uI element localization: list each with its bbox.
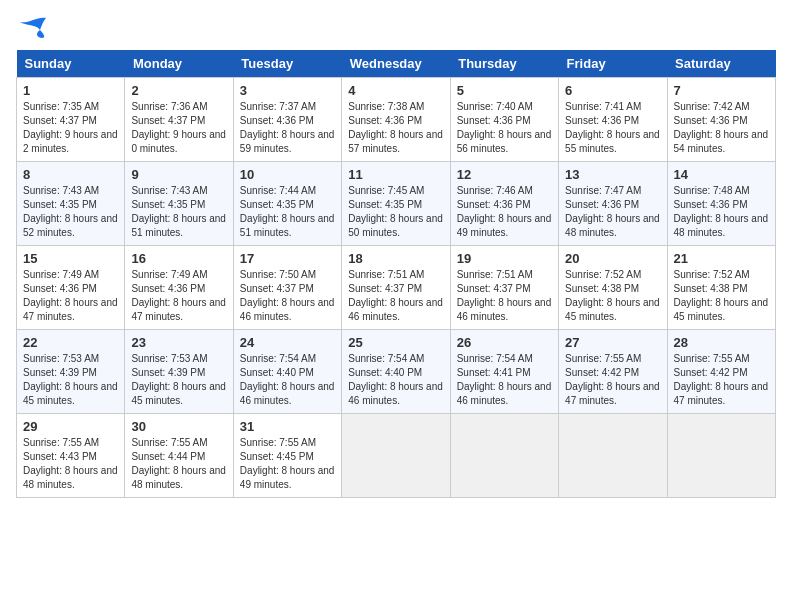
- day-info: Sunrise: 7:54 AMSunset: 4:41 PMDaylight:…: [457, 353, 552, 406]
- day-info: Sunrise: 7:35 AMSunset: 4:37 PMDaylight:…: [23, 101, 118, 154]
- calendar-cell: [342, 414, 450, 498]
- day-number: 24: [240, 335, 335, 350]
- calendar-cell: 8Sunrise: 7:43 AMSunset: 4:35 PMDaylight…: [17, 162, 125, 246]
- day-info: Sunrise: 7:43 AMSunset: 4:35 PMDaylight:…: [131, 185, 226, 238]
- day-info: Sunrise: 7:48 AMSunset: 4:36 PMDaylight:…: [674, 185, 769, 238]
- day-number: 30: [131, 419, 226, 434]
- day-number: 14: [674, 167, 769, 182]
- day-number: 17: [240, 251, 335, 266]
- calendar-week-row: 8Sunrise: 7:43 AMSunset: 4:35 PMDaylight…: [17, 162, 776, 246]
- day-info: Sunrise: 7:49 AMSunset: 4:36 PMDaylight:…: [23, 269, 118, 322]
- day-number: 26: [457, 335, 552, 350]
- day-number: 16: [131, 251, 226, 266]
- day-info: Sunrise: 7:53 AMSunset: 4:39 PMDaylight:…: [131, 353, 226, 406]
- calendar-table: SundayMondayTuesdayWednesdayThursdayFrid…: [16, 50, 776, 498]
- calendar-header-row: SundayMondayTuesdayWednesdayThursdayFrid…: [17, 50, 776, 78]
- day-info: Sunrise: 7:49 AMSunset: 4:36 PMDaylight:…: [131, 269, 226, 322]
- day-info: Sunrise: 7:46 AMSunset: 4:36 PMDaylight:…: [457, 185, 552, 238]
- day-number: 1: [23, 83, 118, 98]
- calendar-cell: 6Sunrise: 7:41 AMSunset: 4:36 PMDaylight…: [559, 78, 667, 162]
- day-info: Sunrise: 7:55 AMSunset: 4:42 PMDaylight:…: [565, 353, 660, 406]
- column-header-monday: Monday: [125, 50, 233, 78]
- day-number: 8: [23, 167, 118, 182]
- day-info: Sunrise: 7:43 AMSunset: 4:35 PMDaylight:…: [23, 185, 118, 238]
- day-number: 31: [240, 419, 335, 434]
- day-info: Sunrise: 7:40 AMSunset: 4:36 PMDaylight:…: [457, 101, 552, 154]
- calendar-cell: [559, 414, 667, 498]
- calendar-cell: 29Sunrise: 7:55 AMSunset: 4:43 PMDayligh…: [17, 414, 125, 498]
- column-header-wednesday: Wednesday: [342, 50, 450, 78]
- calendar-cell: 23Sunrise: 7:53 AMSunset: 4:39 PMDayligh…: [125, 330, 233, 414]
- day-info: Sunrise: 7:42 AMSunset: 4:36 PMDaylight:…: [674, 101, 769, 154]
- day-number: 2: [131, 83, 226, 98]
- calendar-cell: [450, 414, 558, 498]
- calendar-week-row: 1Sunrise: 7:35 AMSunset: 4:37 PMDaylight…: [17, 78, 776, 162]
- calendar-week-row: 22Sunrise: 7:53 AMSunset: 4:39 PMDayligh…: [17, 330, 776, 414]
- day-number: 9: [131, 167, 226, 182]
- calendar-cell: 27Sunrise: 7:55 AMSunset: 4:42 PMDayligh…: [559, 330, 667, 414]
- calendar-cell: 18Sunrise: 7:51 AMSunset: 4:37 PMDayligh…: [342, 246, 450, 330]
- logo: [16, 16, 48, 40]
- calendar-week-row: 15Sunrise: 7:49 AMSunset: 4:36 PMDayligh…: [17, 246, 776, 330]
- day-info: Sunrise: 7:50 AMSunset: 4:37 PMDaylight:…: [240, 269, 335, 322]
- calendar-cell: 13Sunrise: 7:47 AMSunset: 4:36 PMDayligh…: [559, 162, 667, 246]
- day-info: Sunrise: 7:51 AMSunset: 4:37 PMDaylight:…: [348, 269, 443, 322]
- calendar-cell: 9Sunrise: 7:43 AMSunset: 4:35 PMDaylight…: [125, 162, 233, 246]
- day-info: Sunrise: 7:55 AMSunset: 4:44 PMDaylight:…: [131, 437, 226, 490]
- day-info: Sunrise: 7:38 AMSunset: 4:36 PMDaylight:…: [348, 101, 443, 154]
- calendar-cell: 16Sunrise: 7:49 AMSunset: 4:36 PMDayligh…: [125, 246, 233, 330]
- day-info: Sunrise: 7:55 AMSunset: 4:45 PMDaylight:…: [240, 437, 335, 490]
- calendar-cell: 4Sunrise: 7:38 AMSunset: 4:36 PMDaylight…: [342, 78, 450, 162]
- day-number: 10: [240, 167, 335, 182]
- day-info: Sunrise: 7:55 AMSunset: 4:42 PMDaylight:…: [674, 353, 769, 406]
- day-number: 21: [674, 251, 769, 266]
- day-number: 3: [240, 83, 335, 98]
- day-number: 22: [23, 335, 118, 350]
- calendar-cell: 3Sunrise: 7:37 AMSunset: 4:36 PMDaylight…: [233, 78, 341, 162]
- calendar-cell: 2Sunrise: 7:36 AMSunset: 4:37 PMDaylight…: [125, 78, 233, 162]
- calendar-cell: 31Sunrise: 7:55 AMSunset: 4:45 PMDayligh…: [233, 414, 341, 498]
- calendar-cell: [667, 414, 775, 498]
- day-number: 7: [674, 83, 769, 98]
- column-header-friday: Friday: [559, 50, 667, 78]
- day-number: 27: [565, 335, 660, 350]
- day-number: 15: [23, 251, 118, 266]
- day-info: Sunrise: 7:52 AMSunset: 4:38 PMDaylight:…: [674, 269, 769, 322]
- calendar-cell: 14Sunrise: 7:48 AMSunset: 4:36 PMDayligh…: [667, 162, 775, 246]
- logo-bird-icon: [18, 16, 48, 40]
- day-info: Sunrise: 7:53 AMSunset: 4:39 PMDaylight:…: [23, 353, 118, 406]
- day-info: Sunrise: 7:36 AMSunset: 4:37 PMDaylight:…: [131, 101, 226, 154]
- day-info: Sunrise: 7:47 AMSunset: 4:36 PMDaylight:…: [565, 185, 660, 238]
- day-info: Sunrise: 7:44 AMSunset: 4:35 PMDaylight:…: [240, 185, 335, 238]
- day-number: 19: [457, 251, 552, 266]
- day-number: 20: [565, 251, 660, 266]
- calendar-cell: 22Sunrise: 7:53 AMSunset: 4:39 PMDayligh…: [17, 330, 125, 414]
- calendar-cell: 19Sunrise: 7:51 AMSunset: 4:37 PMDayligh…: [450, 246, 558, 330]
- day-info: Sunrise: 7:45 AMSunset: 4:35 PMDaylight:…: [348, 185, 443, 238]
- column-header-saturday: Saturday: [667, 50, 775, 78]
- day-number: 23: [131, 335, 226, 350]
- day-info: Sunrise: 7:37 AMSunset: 4:36 PMDaylight:…: [240, 101, 335, 154]
- calendar-cell: 24Sunrise: 7:54 AMSunset: 4:40 PMDayligh…: [233, 330, 341, 414]
- day-number: 25: [348, 335, 443, 350]
- calendar-cell: 1Sunrise: 7:35 AMSunset: 4:37 PMDaylight…: [17, 78, 125, 162]
- calendar-cell: 21Sunrise: 7:52 AMSunset: 4:38 PMDayligh…: [667, 246, 775, 330]
- day-number: 13: [565, 167, 660, 182]
- day-number: 4: [348, 83, 443, 98]
- day-number: 29: [23, 419, 118, 434]
- day-info: Sunrise: 7:54 AMSunset: 4:40 PMDaylight:…: [240, 353, 335, 406]
- day-number: 6: [565, 83, 660, 98]
- day-info: Sunrise: 7:54 AMSunset: 4:40 PMDaylight:…: [348, 353, 443, 406]
- day-number: 12: [457, 167, 552, 182]
- calendar-cell: 12Sunrise: 7:46 AMSunset: 4:36 PMDayligh…: [450, 162, 558, 246]
- day-number: 11: [348, 167, 443, 182]
- calendar-cell: 11Sunrise: 7:45 AMSunset: 4:35 PMDayligh…: [342, 162, 450, 246]
- header: [16, 16, 776, 40]
- day-info: Sunrise: 7:52 AMSunset: 4:38 PMDaylight:…: [565, 269, 660, 322]
- day-number: 5: [457, 83, 552, 98]
- day-number: 18: [348, 251, 443, 266]
- day-info: Sunrise: 7:51 AMSunset: 4:37 PMDaylight:…: [457, 269, 552, 322]
- calendar-cell: 28Sunrise: 7:55 AMSunset: 4:42 PMDayligh…: [667, 330, 775, 414]
- calendar-cell: 7Sunrise: 7:42 AMSunset: 4:36 PMDaylight…: [667, 78, 775, 162]
- day-info: Sunrise: 7:41 AMSunset: 4:36 PMDaylight:…: [565, 101, 660, 154]
